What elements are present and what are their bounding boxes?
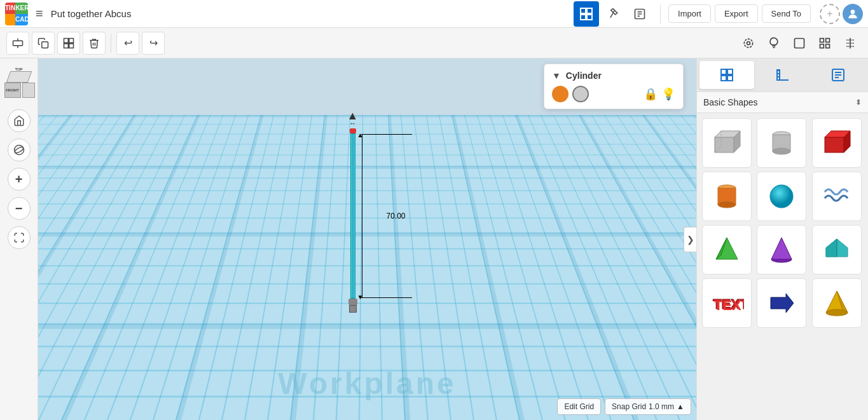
- logo[interactable]: TIN KER CAD: [5, 3, 28, 25]
- shape-3d-text[interactable]: [812, 172, 862, 221]
- shape-yellow-pyramid[interactable]: [812, 278, 862, 328]
- redo-btn[interactable]: ↪: [142, 32, 165, 55]
- topbar: TIN KER CAD ≡ Put together Abcus Import …: [0, 0, 868, 28]
- cube-top-label: TOP: [15, 67, 22, 71]
- dim-arrow-bot: ▼: [357, 294, 364, 301]
- send-to-btn[interactable]: Send To: [762, 4, 811, 23]
- snap-grid-label: Snap Grid: [612, 402, 646, 411]
- cyl-body[interactable]: ▲ ▼ 70.00: [350, 133, 355, 299]
- home-btn[interactable]: [8, 109, 31, 132]
- shape-tool[interactable]: [788, 32, 811, 55]
- shapes-grid: TEXT TEXT: [697, 113, 868, 420]
- bottom-controls: Edit Grid Snap Grid 1.0 mm ▲: [557, 398, 691, 415]
- shapes-header[interactable]: Basic Shapes ⬍: [697, 92, 868, 113]
- lightbulb-icon[interactable]: 💡: [661, 87, 675, 101]
- shape-purple-cone[interactable]: [757, 225, 806, 274]
- svg-point-5: [851, 10, 855, 14]
- edit-grid-btn[interactable]: Edit Grid: [557, 398, 601, 415]
- shape-popup-name: Cylinder: [566, 71, 602, 81]
- viewport[interactable]: Workplane ▼ Cylinder 🔒 💡 ▲ ↔: [38, 58, 696, 420]
- svg-marker-58: [771, 294, 794, 313]
- list-icon[interactable]: ≡: [36, 6, 43, 21]
- nav-cube[interactable]: FRONT TOP: [3, 66, 35, 98]
- shape-orange-cylinder[interactable]: [702, 172, 752, 221]
- delete-tool[interactable]: [83, 32, 106, 55]
- cyl-bottom-handle[interactable]: [349, 305, 357, 313]
- add-user-btn[interactable]: +: [820, 4, 840, 24]
- main: FRONT TOP + − Workplane: [0, 58, 868, 420]
- collapse-btn[interactable]: ❯: [684, 227, 696, 252]
- fit-btn[interactable]: [8, 226, 31, 249]
- shape-green-pyramid[interactable]: [702, 225, 752, 274]
- undo-btn[interactable]: ↩: [116, 32, 139, 55]
- shape-text-red[interactable]: TEXT TEXT: [702, 278, 752, 328]
- workplane-tool[interactable]: [6, 32, 29, 55]
- svg-rect-10: [64, 38, 69, 43]
- svg-marker-52: [771, 238, 792, 259]
- cube-front-label: FRONT: [6, 88, 19, 92]
- tab-ruler[interactable]: [755, 61, 810, 89]
- snap-arrow[interactable]: ▲: [677, 402, 684, 411]
- svg-rect-13: [69, 43, 74, 48]
- grid-view-tool[interactable]: [813, 32, 836, 55]
- workplane: [38, 115, 696, 420]
- lock-icon[interactable]: 🔒: [644, 87, 658, 101]
- camera-view-tool[interactable]: [737, 32, 760, 55]
- shape-box[interactable]: [702, 118, 752, 168]
- dim-arrow-top: ▲: [357, 132, 364, 139]
- color-gray[interactable]: [572, 86, 589, 102]
- svg-marker-54: [826, 239, 837, 257]
- hammer-nav-btn[interactable]: [600, 1, 626, 27]
- svg-point-14: [747, 41, 750, 44]
- logo-cad: CAD: [15, 14, 28, 25]
- grid-nav-btn[interactable]: [574, 1, 599, 27]
- svg-rect-27: [727, 76, 733, 81]
- svg-rect-20: [826, 44, 830, 48]
- cyl-bottom-cap: [348, 299, 357, 305]
- project-title: Put together Abcus: [51, 8, 570, 19]
- svg-point-47: [718, 201, 736, 208]
- svg-point-61: [826, 309, 848, 316]
- shape-blue-arrow[interactable]: [757, 278, 806, 328]
- light-tool[interactable]: [762, 32, 785, 55]
- shape-cylinder-gray[interactable]: [757, 118, 806, 168]
- export-btn[interactable]: Export: [715, 4, 758, 23]
- sim-nav-btn[interactable]: [627, 1, 652, 27]
- tab-notes[interactable]: [811, 61, 865, 89]
- svg-point-48: [770, 185, 793, 208]
- svg-rect-9: [42, 41, 48, 48]
- zoom-out-btn[interactable]: −: [8, 197, 31, 220]
- svg-rect-1: [587, 8, 592, 13]
- svg-text:TEXT: TEXT: [714, 297, 744, 313]
- mirror-tool[interactable]: [839, 32, 862, 55]
- logo-ker: KER: [15, 3, 28, 14]
- shapes-select[interactable]: Basic Shapes: [703, 97, 855, 107]
- shape-popup-dropdown[interactable]: ▼: [552, 71, 561, 81]
- svg-rect-0: [581, 8, 586, 13]
- zoom-in-btn[interactable]: +: [8, 168, 31, 191]
- color-orange[interactable]: [552, 86, 568, 102]
- import-btn[interactable]: Import: [668, 4, 711, 23]
- avatar[interactable]: [843, 4, 863, 24]
- shape-sphere[interactable]: [757, 172, 806, 221]
- svg-rect-12: [64, 43, 69, 48]
- shape-roof[interactable]: [812, 225, 862, 274]
- svg-rect-18: [826, 38, 830, 42]
- svg-rect-25: [727, 69, 733, 74]
- snap-value: 1.0 mm: [649, 402, 674, 411]
- divider: [660, 4, 661, 24]
- shape-red-box[interactable]: [812, 118, 862, 168]
- logo-blank: [5, 14, 15, 25]
- right-panel: Basic Shapes ⬍: [696, 58, 868, 420]
- svg-rect-33: [715, 137, 734, 152]
- snap-control: Snap Grid 1.0 mm ▲: [605, 398, 691, 415]
- svg-rect-19: [820, 44, 824, 48]
- group-tool[interactable]: [57, 32, 80, 55]
- svg-rect-3: [587, 15, 592, 20]
- user-icons: +: [820, 4, 863, 24]
- toolbar: ↩ ↪: [0, 28, 868, 58]
- svg-rect-6: [13, 41, 23, 46]
- copy-tool[interactable]: [32, 32, 55, 55]
- tab-grid[interactable]: [699, 61, 754, 89]
- orbit-btn[interactable]: [8, 139, 31, 161]
